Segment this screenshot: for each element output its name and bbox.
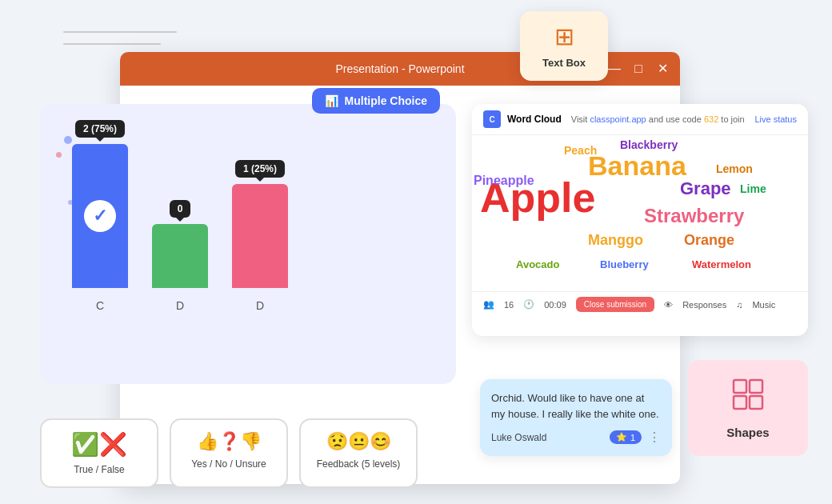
star-icon: ⭐: [616, 432, 627, 442]
text-box-label: Text Box: [542, 57, 586, 69]
chat-text: Orchid. Would like to have one at my hou…: [491, 390, 661, 422]
bar-group-d1: 0 D: [152, 200, 208, 312]
word-cloud-header: C Word Cloud Visit classpoint.app and us…: [472, 104, 808, 135]
close-button[interactable]: ✕: [654, 61, 670, 77]
join-code: 632: [704, 114, 718, 124]
bar-chart-icon: 📊: [325, 94, 338, 107]
text-box-icon: ⊞: [536, 22, 592, 50]
word-pineapple: Pineapple: [474, 174, 534, 188]
word-cloud-footer: 👥 16 🕐 00:09 Close submission 👁 Response…: [472, 291, 808, 317]
time-display: 00:09: [544, 300, 566, 310]
bar-d2-label: D: [256, 299, 264, 312]
classpoint-logo: C: [483, 110, 501, 128]
clock-icon: 🕐: [523, 299, 534, 310]
word-orange: Orange: [684, 233, 734, 249]
word-avocado: Avocado: [516, 259, 559, 270]
svg-rect-5: [750, 380, 762, 393]
bar-group-d2: 1 (25%) D: [232, 160, 288, 312]
word-lime: Lime: [740, 183, 766, 195]
word-cloud-title: Word Cloud: [507, 114, 562, 125]
star-count: 1: [630, 433, 635, 442]
maximize-button[interactable]: □: [630, 61, 646, 77]
responses-label: Responses: [682, 300, 726, 310]
multiple-choice-badge[interactable]: 📊 Multiple Choice: [312, 88, 440, 114]
svg-rect-4: [734, 380, 746, 393]
close-submission-button[interactable]: Close submission: [576, 297, 654, 312]
word-cloud-info: Visit classpoint.app and use code 632 to…: [571, 114, 745, 124]
bar-d-pink: [232, 184, 288, 288]
bar-c-blue: ✓: [72, 144, 128, 288]
bar-label-75: 2 (75%): [75, 120, 125, 138]
word-manggo: Manggo: [588, 233, 643, 249]
star-rating: ⭐ 1: [610, 430, 642, 444]
svg-rect-7: [750, 396, 762, 409]
music-icon: ♫: [736, 300, 742, 310]
word-cloud-body: Apple Banana Strawberry Blackberry Peach…: [472, 135, 808, 291]
word-lemon: Lemon: [716, 163, 753, 175]
feedback-label: Feedback (5 levels): [317, 458, 401, 470]
svg-rect-6: [734, 396, 746, 409]
true-false-label: True / False: [74, 464, 125, 475]
participants-icon: 👥: [483, 299, 494, 310]
bar-group-c: 2 (75%) ✓ C: [72, 120, 128, 312]
text-box-tooltip[interactable]: ⊞ Text Box: [520, 11, 608, 81]
window-controls: — □ ✕: [606, 61, 670, 77]
shapes-card[interactable]: Shapes: [688, 360, 808, 456]
minimize-button[interactable]: —: [606, 61, 622, 77]
classpoint-link[interactable]: classpoint.app: [590, 114, 646, 124]
word-blueberry: Blueberry: [600, 259, 649, 270]
feedback-card[interactable]: 😟😐😊 Feedback (5 levels): [299, 418, 418, 488]
multiple-choice-panel: 📊 Multiple Choice 2 (75%) ✓ C 0 D 1 (25%…: [40, 104, 456, 384]
live-status: Live status: [754, 114, 797, 124]
participants-count: 16: [504, 300, 514, 310]
yes-no-icons: 👍❓👎: [197, 431, 262, 452]
activity-cards-row: ✅❌ True / False 👍❓👎 Yes / No / Unsure 😟😐…: [40, 418, 418, 488]
word-watermelon: Watermelon: [692, 259, 751, 270]
word-peach: Peach: [564, 145, 597, 157]
bar-c-label: C: [96, 299, 104, 312]
chat-footer: Luke Oswald ⭐ 1 ⋮: [491, 430, 661, 445]
chat-bubble: Orchid. Would like to have one at my hou…: [480, 379, 672, 456]
word-grape: Grape: [680, 179, 731, 198]
bar-label-0: 0: [170, 200, 191, 218]
check-circle: ✓: [84, 200, 116, 232]
bar-label-25: 1 (25%): [235, 160, 285, 178]
word-cloud-panel: C Word Cloud Visit classpoint.app and us…: [472, 104, 808, 336]
true-false-icons: ✅❌: [71, 431, 127, 458]
responses-icon: 👁: [664, 300, 673, 310]
word-banana: Banana: [588, 151, 686, 181]
word-blackberry: Blackberry: [620, 139, 678, 151]
yes-no-label: Yes / No / Unsure: [191, 458, 266, 470]
window-title: Presentation - Powerpoint: [335, 62, 464, 75]
bar-d-green: [152, 224, 208, 288]
chart-area: 2 (75%) ✓ C 0 D 1 (25%) D: [56, 120, 440, 312]
yes-no-unsure-card[interactable]: 👍❓👎 Yes / No / Unsure: [170, 418, 288, 488]
shapes-icon: [730, 377, 766, 419]
badge-label: Multiple Choice: [345, 94, 427, 107]
feedback-icons: 😟😐😊: [326, 431, 391, 452]
shapes-label: Shapes: [726, 426, 769, 439]
music-label: Music: [752, 300, 775, 310]
word-strawberry: Strawberry: [644, 206, 744, 226]
bar-d1-label: D: [176, 299, 184, 312]
chat-username: Luke Oswald: [491, 432, 546, 443]
true-false-card[interactable]: ✅❌ True / False: [40, 418, 158, 488]
more-options-button[interactable]: ⋮: [648, 430, 661, 445]
